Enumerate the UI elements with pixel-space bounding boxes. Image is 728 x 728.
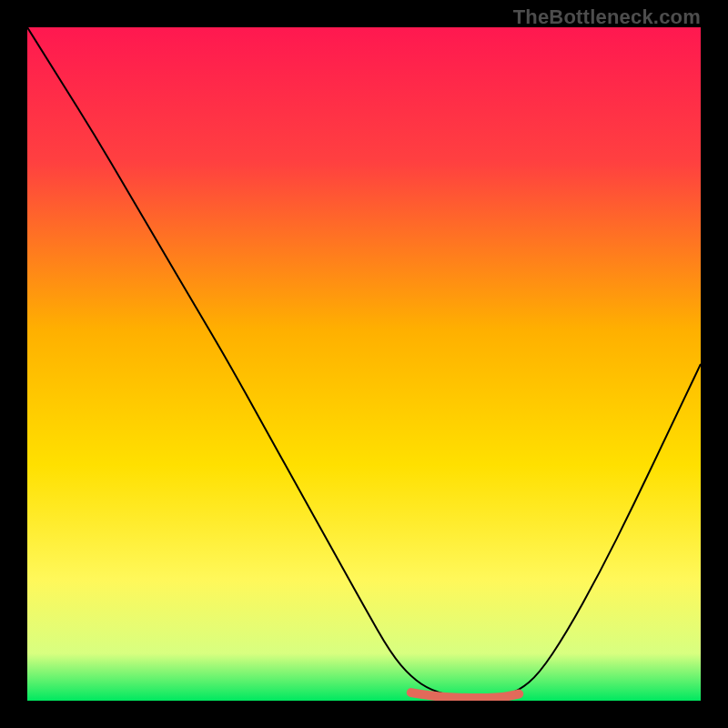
chart-frame: TheBottleneck.com	[0, 0, 728, 728]
highlight-band	[411, 693, 519, 698]
plot-area	[27, 27, 701, 701]
bottleneck-curve	[27, 27, 701, 697]
chart-lines	[27, 27, 701, 701]
watermark-text: TheBottleneck.com	[513, 5, 701, 29]
